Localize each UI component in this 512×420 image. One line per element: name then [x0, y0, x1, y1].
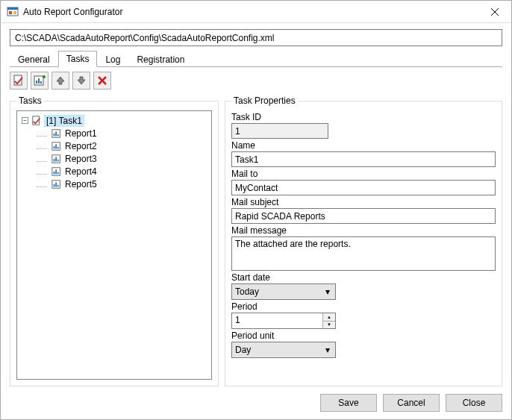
- svg-rect-3: [13, 11, 16, 14]
- tree-report-node[interactable]: Report3: [37, 152, 208, 165]
- tree-children: Report1 Report2: [22, 127, 208, 190]
- tab-tasks[interactable]: Tasks: [58, 51, 98, 67]
- report-icon: [51, 154, 62, 164]
- close-button[interactable]: Close: [446, 394, 502, 412]
- svg-rect-9: [38, 78, 40, 84]
- svg-rect-31: [54, 172, 55, 175]
- mail-subject-label: Mail subject: [231, 197, 496, 207]
- tree-task-node[interactable]: − [1] Task1: [22, 114, 208, 127]
- delete-button[interactable]: [93, 72, 111, 90]
- add-task-button[interactable]: [10, 72, 28, 90]
- toolbar: [10, 72, 502, 90]
- spin-down-icon[interactable]: ▼: [323, 321, 335, 329]
- task-properties-label: Task Properties: [231, 95, 298, 106]
- tree-report-label: Report5: [65, 179, 97, 189]
- period-unit-combo[interactable]: Day ▾: [231, 342, 336, 358]
- mail-to-label: Mail to: [231, 169, 496, 179]
- start-date-combo[interactable]: Today ▾: [231, 283, 336, 300]
- tree-report-node[interactable]: Report1: [37, 127, 208, 140]
- report-icon: [51, 141, 62, 151]
- svg-rect-20: [55, 131, 57, 136]
- window-title: Auto Report Configurator: [23, 7, 478, 17]
- chart-plus-icon: [34, 75, 46, 87]
- tab-log[interactable]: Log: [97, 51, 128, 67]
- mail-subject-field[interactable]: [231, 208, 496, 224]
- arrow-down-icon: [76, 75, 87, 86]
- arrow-up-icon: [55, 75, 66, 86]
- task-id-label: Task ID: [231, 112, 496, 122]
- svg-rect-21: [57, 134, 59, 136]
- svg-rect-1: [7, 7, 18, 10]
- svg-rect-27: [54, 159, 55, 162]
- footer: Save Cancel Close: [10, 386, 502, 412]
- tab-general[interactable]: General: [10, 51, 58, 67]
- delete-x-icon: [98, 76, 107, 85]
- svg-rect-2: [9, 11, 12, 14]
- save-button[interactable]: Save: [320, 394, 377, 412]
- period-value[interactable]: 1: [232, 313, 322, 328]
- window-close-button[interactable]: [478, 1, 511, 23]
- svg-rect-36: [55, 182, 57, 187]
- task-id-field: [231, 123, 328, 139]
- name-field[interactable]: [231, 151, 496, 167]
- tree-report-node[interactable]: Report2: [37, 140, 208, 152]
- close-icon: [491, 8, 499, 16]
- tabs-header: General Tasks Log Registration: [10, 51, 502, 67]
- svg-marker-13: [57, 77, 64, 84]
- report-icon: [51, 166, 62, 177]
- task-icon: [31, 116, 42, 126]
- tree-report-label: Report2: [65, 141, 97, 151]
- report-icon: [51, 128, 62, 139]
- svg-rect-8: [36, 81, 37, 84]
- tree-expander-icon[interactable]: −: [22, 117, 28, 124]
- period-unit-label: Period unit: [231, 330, 496, 341]
- tasks-tree[interactable]: − [1] Task1: [16, 110, 212, 380]
- svg-rect-28: [55, 157, 57, 161]
- spin-up-icon[interactable]: ▲: [323, 313, 335, 321]
- mail-to-field[interactable]: [231, 180, 496, 195]
- add-report-button[interactable]: [31, 72, 49, 90]
- svg-rect-10: [40, 81, 42, 84]
- report-icon: [51, 179, 62, 189]
- document-check-icon: [13, 75, 25, 87]
- svg-rect-19: [54, 134, 55, 137]
- start-date-value: Today: [235, 286, 259, 297]
- period-stepper[interactable]: 1 ▲ ▼: [231, 313, 336, 329]
- svg-rect-37: [57, 184, 59, 187]
- content-area: General Tasks Log Registration: [1, 23, 511, 419]
- svg-rect-32: [55, 169, 57, 174]
- mail-message-label: Mail message: [231, 225, 496, 236]
- move-up-button[interactable]: [51, 72, 69, 90]
- start-date-label: Start date: [231, 272, 496, 283]
- panes: Tasks − [1] Task1: [10, 95, 502, 386]
- tree-report-node[interactable]: Report5: [37, 178, 208, 190]
- period-label: Period: [231, 301, 496, 312]
- svg-rect-25: [57, 146, 59, 148]
- config-path-input[interactable]: [10, 29, 502, 46]
- app-icon: [7, 6, 19, 18]
- svg-marker-14: [78, 77, 85, 84]
- tab-registration[interactable]: Registration: [128, 51, 193, 67]
- tasks-group: Tasks − [1] Task1: [10, 95, 219, 386]
- tree-report-node[interactable]: Report4: [37, 165, 208, 178]
- titlebar: Auto Report Configurator: [1, 1, 511, 23]
- tasks-group-label: Tasks: [16, 95, 44, 106]
- move-down-button[interactable]: [72, 72, 90, 90]
- tree-task-label[interactable]: [1] Task1: [45, 116, 84, 126]
- svg-rect-35: [54, 184, 55, 187]
- tree-report-label: Report3: [65, 154, 97, 164]
- svg-rect-23: [54, 146, 55, 149]
- config-path-row: [10, 29, 502, 46]
- tree-report-label: Report1: [65, 128, 97, 139]
- tree-report-label: Report4: [65, 166, 97, 177]
- cancel-button[interactable]: Cancel: [383, 394, 440, 412]
- chevron-down-icon: ▾: [322, 345, 334, 355]
- mail-message-field[interactable]: The attached are the reports.: [231, 236, 496, 271]
- svg-rect-24: [55, 144, 57, 148]
- svg-rect-33: [57, 172, 59, 174]
- task-properties-group: Task Properties Task ID Name Mail to Mai…: [225, 95, 502, 386]
- chevron-down-icon: ▾: [322, 286, 334, 297]
- app-window: Auto Report Configurator General Tasks L…: [0, 0, 512, 420]
- svg-rect-29: [57, 159, 59, 161]
- name-label: Name: [231, 140, 496, 151]
